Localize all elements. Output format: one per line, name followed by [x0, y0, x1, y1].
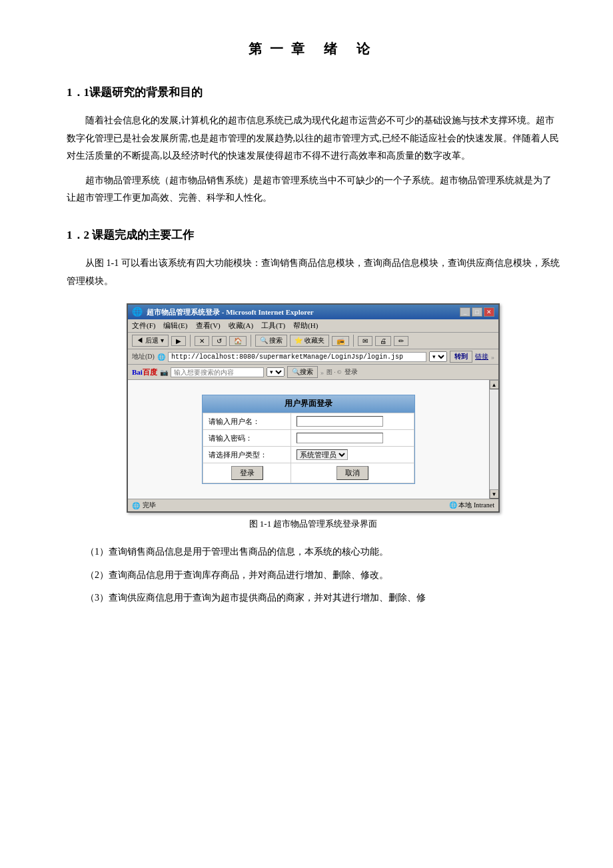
address-label: 地址(D) [132, 352, 155, 361]
username-input[interactable] [297, 416, 383, 427]
browser-statusbar: 🌐 完毕 🌐 本地 Intranet [128, 499, 498, 511]
links-button[interactable]: 链接 [475, 352, 488, 361]
menu-file[interactable]: 文件(F) [132, 321, 155, 331]
menu-edit[interactable]: 编辑(E) [163, 321, 187, 331]
cancel-button-cell: 取消 [291, 463, 414, 483]
password-row: 请输入密码： [203, 430, 414, 447]
forward-button[interactable]: ▶ [171, 336, 186, 346]
browser-content-area: 用户界面登录 请输入用户名： 请输入密码： [128, 380, 498, 499]
menu-help[interactable]: 帮助(H) [293, 321, 318, 331]
titlebar-buttons[interactable]: _ □ ✕ [460, 307, 494, 317]
after-figure-item3: （3）查询供应商信息用于查询为超市提供商品的商家，并对其进行增加、删除、修 [85, 589, 560, 607]
menu-tools[interactable]: 工具(T) [261, 321, 285, 331]
section1-paragraph1: 随着社会信息化的发展,计算机化的超市信息系统已成为现代化超市运营必不可少的基础设… [67, 112, 560, 165]
scroll-track[interactable] [490, 389, 498, 489]
toolbar-separator2 [251, 335, 251, 347]
after-figure-item1: （1）查询销售商品信息是用于管理出售商品的信息，本系统的核心功能。 [85, 543, 560, 561]
login-form-title: 用户界面登录 [203, 395, 414, 413]
status-right-text: 本地 Intranet [458, 501, 494, 509]
baidu-search-input[interactable] [171, 367, 264, 377]
address-bar: 地址(D) 🌐 ▾ 转到 链接 » [128, 349, 498, 365]
status-text: 完毕 [143, 501, 156, 510]
menu-view[interactable]: 查看(V) [196, 321, 221, 331]
scrollbar[interactable]: ▲ ▼ [489, 380, 498, 499]
cancel-button[interactable]: 取消 [336, 466, 368, 480]
chapter-title: 第一章 绪 论 [67, 40, 560, 58]
usertype-row: 请选择用户类型： 系统管理员 [203, 447, 414, 463]
stop-button[interactable]: ✕ [195, 336, 209, 346]
username-label: 请输入用户名： [203, 413, 291, 430]
browser-content: 用户界面登录 请输入用户名： 请输入密码： [128, 380, 489, 499]
password-input[interactable] [297, 433, 383, 443]
login-button-cell: 登录 [203, 463, 291, 483]
baidu-logo: Bai百度 [132, 367, 157, 377]
back-button[interactable]: ◀ 后退 ▾ [132, 335, 169, 347]
browser-window: 🌐 超市物品管理系统登录 - Microsoft Internet Explor… [127, 303, 500, 513]
section1-title: 1．1课题研究的背景和目的 [67, 85, 560, 100]
login-submit-button[interactable]: 登录 [231, 466, 263, 480]
favorites-button[interactable]: ⭐ 收藏夹 [290, 335, 329, 347]
menu-favorites[interactable]: 收藏(A) [229, 321, 253, 331]
media-button[interactable]: 📻 [332, 336, 349, 346]
maximize-button[interactable]: □ [472, 307, 482, 317]
toolbar-separator3 [353, 335, 354, 347]
address-dropdown[interactable]: ▾ [429, 351, 447, 362]
username-input-cell [291, 413, 414, 430]
refresh-button[interactable]: ↺ [212, 336, 227, 346]
address-input[interactable] [168, 352, 426, 362]
browser-menubar: 文件(F) 编辑(E) 查看(V) 收藏(A) 工具(T) 帮助(H) [128, 319, 498, 333]
section2-title: 1．2 课题完成的主要工作 [67, 227, 560, 243]
search-button[interactable]: 🔍 搜索 [255, 335, 288, 347]
baidu-toolbar: Bai百度 📷 ▾ 🔍搜索 » 图 · © 登录 [128, 365, 498, 380]
intranet-icon: 🌐 [449, 501, 457, 509]
minimize-button[interactable]: _ [460, 307, 470, 317]
login-table: 请输入用户名： 请输入密码： [203, 413, 414, 483]
go-button[interactable]: 转到 [450, 351, 472, 363]
usertype-select[interactable]: 系统管理员 [297, 449, 348, 460]
scroll-up-button[interactable]: ▲ [490, 380, 499, 389]
close-button[interactable]: ✕ [484, 307, 494, 317]
status-icon: 🌐 [132, 502, 140, 509]
password-input-cell [291, 430, 414, 447]
status-left: 🌐 完毕 [132, 501, 156, 510]
username-row: 请输入用户名： [203, 413, 414, 430]
section1-paragraph2: 超市物品管理系统（超市物品销售系统）是超市管理系统当中不可缺少的一个子系统。超市… [67, 172, 560, 207]
edit-button[interactable]: ✏ [394, 336, 408, 346]
usertype-label: 请选择用户类型： [203, 447, 291, 463]
scroll-down-button[interactable]: ▼ [490, 489, 499, 499]
browser-title: 超市物品管理系统登录 - Microsoft Internet Explorer [147, 307, 314, 317]
button-row: 登录 取消 [203, 463, 414, 483]
status-right: 🌐 本地 Intranet [449, 501, 494, 510]
usertype-select-cell: 系统管理员 [291, 447, 414, 463]
toolbar-separator [190, 335, 191, 347]
figure-caption: 图 1-1 超市物品管理系统登录界面 [67, 518, 560, 530]
baidu-options[interactable]: ▾ [267, 367, 285, 377]
mail-button[interactable]: ✉ [358, 336, 372, 346]
after-figure-item2: （2）查询商品信息用于查询库存商品，并对商品进行增加、删除、修改。 [85, 567, 560, 585]
section2-paragraph1: 从图 1-1 可以看出该系统有四大功能模块：查询销售商品信息模块，查询商品信息模… [67, 255, 560, 290]
password-label: 请输入密码： [203, 430, 291, 447]
baidu-login-button[interactable]: 登录 [344, 367, 358, 377]
browser-titlebar: 🌐 超市物品管理系统登录 - Microsoft Internet Explor… [128, 305, 498, 319]
baidu-search-button[interactable]: 🔍搜索 [287, 366, 318, 378]
login-form-container: 用户界面登录 请输入用户名： 请输入密码： [202, 395, 415, 484]
figure-container: 🌐 超市物品管理系统登录 - Microsoft Internet Explor… [67, 303, 560, 530]
print-button[interactable]: 🖨 [375, 336, 391, 346]
home-button[interactable]: 🏠 [229, 336, 247, 346]
browser-toolbar: ◀ 后退 ▾ ▶ ✕ ↺ 🏠 🔍 搜索 ⭐ 收藏夹 📻 ✉ 🖨 ✏ [128, 333, 498, 349]
